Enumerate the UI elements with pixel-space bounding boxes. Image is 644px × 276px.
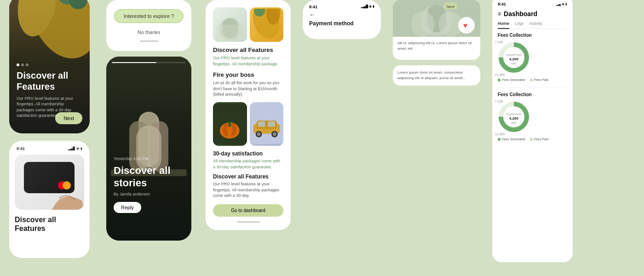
section-divider [498,87,567,87]
y-label-bottom-1: 11,300 [495,73,505,76]
car-image [250,102,284,146]
fees-title-2: Fees Collection [498,92,567,97]
svg-text:Next: Next [447,5,454,9]
main-layout: Discover all Features Our PRO level feat… [0,0,644,276]
features-heading: Discover all Features [213,46,283,53]
column-3: Discover all Features Our PRO level feat… [206,0,295,276]
payment-phone-card: 9:41 ▂▄█ ◉ ▮ ← Payment method [303,0,381,39]
legend-paid-1: Fees Paid [530,78,549,81]
battery-icon: ▮ [80,147,82,150]
tab-logs[interactable]: Logs [515,21,524,26]
svg-text:Unpaid Fees: Unpaid Fees [506,113,522,115]
legend-1: Fees Generated Fees Paid [498,78,567,81]
y-label-bottom-2: 11,300 [495,132,505,136]
svg-text:4,200: 4,200 [509,57,519,61]
legend-generated-label-2: Fees Generated [502,138,525,141]
story-author: By Jamila anderson [114,192,184,196]
discover2-title: Discover all Features [213,173,283,180]
svg-rect-34 [411,12,434,37]
wifi-icon: ◉ [76,147,79,150]
svg-rect-21 [228,122,231,127]
y-label-top-1: 7,100 [495,40,503,44]
lorem-text: elit ut, adipiscing elit ut. Lorem ipsum… [393,40,480,52]
fire-boss-title: Fire your boss [213,71,283,78]
lorem-card-bottom: Lorem ipsum dolor sit amet, consectetur … [393,65,480,86]
column-5: ♥ Next elit ut, adipiscing elit ut. Lore… [393,0,485,276]
dash-status-icons: ▂▄ ◉ ▮ [556,2,567,6]
bottom-images [213,102,283,146]
hand-svg [47,182,84,210]
column-1: Discover all Features Our PRO level feat… [9,0,99,276]
carousel-dots [17,63,82,66]
payment-status-icons: ▂▄█ ◉ ▮ [361,5,374,9]
fees-section-2: Fees Collection 7,100 Unpaid Fees 4,200 … [498,92,567,141]
story-title: Discover all stories [114,165,184,189]
features-images [213,7,283,42]
reply-button[interactable]: Reply [114,202,141,213]
y-label-top-2: 7,100 [495,100,503,103]
svg-text:♥: ♥ [463,22,468,29]
fees-section-1: Fees Collection 7,100 Unpaid Fees 4,200 … [498,33,567,81]
hamburger-icon[interactable]: ≡ [498,11,501,17]
legend-generated-1: Fees Generated [498,78,525,81]
satisfaction-section: 30-day satisfaction All membership packa… [213,150,283,170]
signal-icon: ▂▄█ [68,147,75,150]
svg-rect-26 [268,122,275,127]
story-info: Yesterday 3.00 PM Discover all stories B… [114,156,184,213]
dashboard-status-bar: 9:41 ▂▄ ◉ ▮ [498,2,567,6]
tab-home[interactable]: Home [498,21,509,29]
svg-point-29 [257,132,260,136]
lorem-card-top: ♥ Next elit ut, adipiscing elit ut. Lore… [393,0,480,60]
payment-status-bar: 9:41 ▂▄█ ◉ ▮ [309,5,374,9]
go-dashboard-button[interactable]: Go to dashboard [213,204,283,217]
yellow-image [250,7,284,42]
discover-section-2: Discover all Features Our PRO level feat… [213,173,283,199]
fire-boss-section: Fire your boss Let us do all the work fo… [213,71,283,98]
bottom-bar [140,40,158,42]
legend-dot-light-1 [530,79,533,81]
svg-text:4,200: 4,200 [509,116,519,121]
story-timestamp: Yesterday 3.00 PM [114,156,184,161]
svg-rect-25 [258,122,265,127]
legend-paid-label-2: Fees Paid [534,138,549,141]
satisfaction-title: 30-day satisfaction [213,150,283,157]
svg-point-30 [272,132,276,136]
unpaid-label-1: Unpaid Fees [506,53,522,56]
back-arrow-icon[interactable]: ← [309,11,374,18]
dot-1 [17,63,19,66]
features-subtitle: Our PRO level features at your fingertip… [213,55,283,67]
legend-dot-green-2 [498,138,500,141]
legend-dot-light-2 [530,138,533,141]
lorem-body-2: Lorem ipsum dolor sit amet, consectetur … [397,70,476,81]
explore-button[interactable]: Interested to explore ? [114,9,184,23]
features-title: Discover all Features [17,70,82,92]
arch-image [213,7,247,42]
card-bottom-line [237,221,260,223]
svg-rect-12 [216,25,244,41]
fees-title-1: Fees Collection [498,33,567,38]
dot-2 [21,63,24,66]
dashboard-title: Dashboard [504,10,537,17]
column-6: 9:41 ▂▄ ◉ ▮ ≡ Dashboard Home Logs Activi… [492,0,577,276]
column-2: Interested to explore ? No thanks Yester… [106,0,198,276]
card-title: Discover all Features [15,215,84,233]
lorem-header-image: ♥ Next [393,0,480,37]
card-image-area [15,155,84,210]
legend-paid-label-1: Fees Paid [534,78,549,81]
legend-paid-2: Fees Paid [530,138,549,141]
status-bar: 9:41 ▂▄█ ◉ ▮ [15,146,84,151]
donut-area-1: 7,100 Unpaid Fees 4,200 AED 11,300 [498,41,567,75]
legend-dot-green-1 [498,79,500,81]
fire-boss-body: Let us do all the work for you so you do… [213,80,283,98]
story-progress-bar [112,62,186,63]
dashboard-header: ≡ Dashboard [498,10,567,17]
features-main-card: Discover all Features Our PRO level feat… [206,0,291,230]
time-display: 9:41 [17,146,25,151]
explore-card: Interested to explore ? No thanks [106,0,191,51]
pumpkin-image [213,102,247,146]
no-thanks-text: No thanks [114,29,184,35]
discover2-body: Our PRO level features at your fingertip… [213,181,283,199]
tab-activity[interactable]: Activity [529,21,543,26]
phone-story: Yesterday 3.00 PM Discover all stories B… [106,57,191,241]
dash-time: 9:41 [498,2,506,6]
